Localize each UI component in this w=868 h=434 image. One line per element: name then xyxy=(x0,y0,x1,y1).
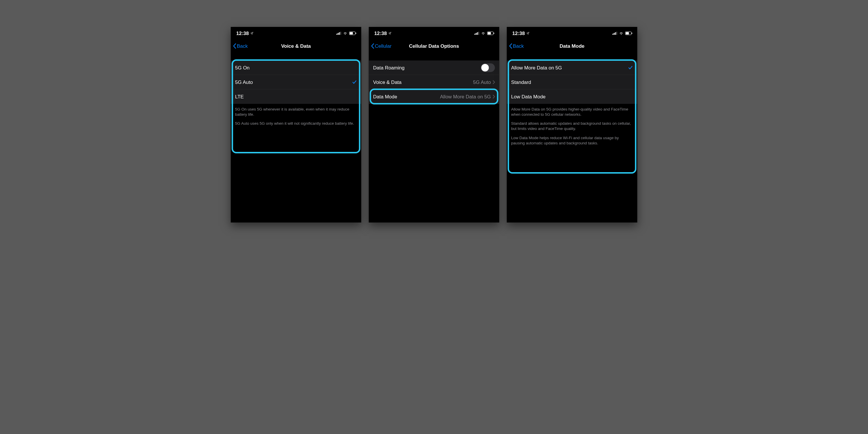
cellular-signal-icon xyxy=(613,32,617,35)
cellular-settings-group: Data Roaming Voice & Data 5G Auto Data M… xyxy=(369,60,499,104)
footer-paragraph: Low Data Mode helps reduce Wi-Fi and cel… xyxy=(511,135,633,146)
svg-rect-7 xyxy=(474,34,475,35)
back-label: Back xyxy=(513,43,524,49)
page-title: Voice & Data xyxy=(231,43,361,49)
footer-paragraph: Standard allows automatic updates and ba… xyxy=(511,121,633,131)
back-label: Cellular xyxy=(375,43,392,49)
svg-rect-0 xyxy=(337,34,337,35)
svg-rect-1 xyxy=(338,33,339,35)
svg-rect-2 xyxy=(339,32,340,35)
wifi-icon xyxy=(619,32,623,35)
cellular-signal-icon xyxy=(474,32,479,35)
back-label: Back xyxy=(237,43,248,49)
option-lte[interactable]: LTE xyxy=(231,89,361,104)
row-data-mode[interactable]: Data Mode Allow More Data on 5G xyxy=(369,89,499,104)
cellular-signal-icon xyxy=(337,32,341,35)
screen-voice-and-data: 12:38 Back Voice & Data 5G On xyxy=(231,27,361,222)
svg-rect-5 xyxy=(350,32,353,34)
back-button[interactable]: Back xyxy=(233,43,248,49)
status-time: 12:38 xyxy=(513,30,525,36)
toggle-knob xyxy=(482,64,489,71)
svg-rect-10 xyxy=(478,32,479,35)
svg-rect-15 xyxy=(614,33,615,35)
screen-cellular-data-options: 12:38 Cellular Cellular Data Options xyxy=(369,27,499,222)
status-time: 12:38 xyxy=(374,30,387,36)
chevron-left-icon xyxy=(371,43,374,49)
svg-rect-20 xyxy=(631,33,632,34)
option-allow-more-5g[interactable]: Allow More Data on 5G xyxy=(507,60,638,75)
row-label: Data Mode xyxy=(373,94,397,99)
location-arrow-icon xyxy=(526,32,529,35)
toggle-data-roaming[interactable] xyxy=(481,63,495,72)
row-data-roaming[interactable]: Data Roaming xyxy=(369,60,499,75)
back-button[interactable]: Back xyxy=(509,43,524,49)
footer-paragraph: Allow More Data on 5G provides higher-qu… xyxy=(511,106,633,117)
wifi-icon xyxy=(481,32,486,35)
nav-bar: Back Data Mode xyxy=(507,40,638,52)
option-label: LTE xyxy=(235,94,244,99)
screen-data-mode: 12:38 Back Data Mode Allow More xyxy=(507,27,638,222)
footer-description: Allow More Data on 5G provides higher-qu… xyxy=(507,104,638,146)
option-low-data-mode[interactable]: Low Data Mode xyxy=(507,89,638,104)
svg-rect-9 xyxy=(477,32,478,35)
status-bar: 12:38 xyxy=(507,27,638,40)
option-5g-auto[interactable]: 5G Auto xyxy=(231,75,361,89)
chevron-left-icon xyxy=(233,43,237,49)
row-value: 5G Auto xyxy=(473,79,491,85)
option-label: Standard xyxy=(511,79,531,85)
location-arrow-icon xyxy=(250,32,253,35)
battery-icon xyxy=(349,32,356,35)
svg-rect-6 xyxy=(355,33,356,34)
footer-paragraph: 5G On uses 5G whenever it is available, … xyxy=(235,106,357,117)
option-label: Low Data Mode xyxy=(511,94,546,99)
svg-rect-17 xyxy=(616,32,617,35)
row-label: Voice & Data xyxy=(373,79,402,85)
row-label: Data Roaming xyxy=(373,65,405,71)
chevron-left-icon xyxy=(509,43,513,49)
option-label: 5G On xyxy=(235,65,250,71)
footer-paragraph: 5G Auto uses 5G only when it will not si… xyxy=(235,121,357,126)
wifi-icon xyxy=(343,32,347,35)
chevron-right-icon xyxy=(493,80,495,84)
status-time: 12:38 xyxy=(237,30,249,36)
row-voice-and-data[interactable]: Voice & Data 5G Auto xyxy=(369,75,499,89)
svg-rect-3 xyxy=(340,32,341,35)
back-button[interactable]: Cellular xyxy=(371,43,392,49)
chevron-right-icon xyxy=(493,95,495,99)
svg-rect-12 xyxy=(488,32,491,34)
svg-rect-13 xyxy=(494,33,494,34)
status-bar: 12:38 xyxy=(369,27,499,40)
checkmark-icon xyxy=(628,65,633,70)
svg-rect-19 xyxy=(626,32,629,34)
row-value: Allow More Data on 5G xyxy=(440,94,491,99)
data-mode-options-group: Allow More Data on 5G Standard Low Data … xyxy=(507,60,638,104)
footer-description: 5G On uses 5G whenever it is available, … xyxy=(231,104,361,126)
option-standard[interactable]: Standard xyxy=(507,75,638,89)
svg-rect-8 xyxy=(476,33,476,35)
location-arrow-icon xyxy=(388,32,392,35)
page-title: Data Mode xyxy=(507,43,638,49)
battery-icon xyxy=(625,32,632,35)
option-label: Allow More Data on 5G xyxy=(511,65,562,71)
option-label: 5G Auto xyxy=(235,79,253,85)
checkmark-icon xyxy=(352,80,357,85)
battery-icon xyxy=(487,32,494,35)
nav-bar: Back Voice & Data xyxy=(231,40,361,52)
nav-bar: Cellular Cellular Data Options xyxy=(369,40,499,52)
svg-rect-16 xyxy=(615,32,616,35)
status-bar: 12:38 xyxy=(231,27,361,40)
option-5g-on[interactable]: 5G On xyxy=(231,60,361,75)
voice-data-options-group: 5G On 5G Auto LTE xyxy=(231,60,361,104)
svg-rect-14 xyxy=(613,34,613,35)
